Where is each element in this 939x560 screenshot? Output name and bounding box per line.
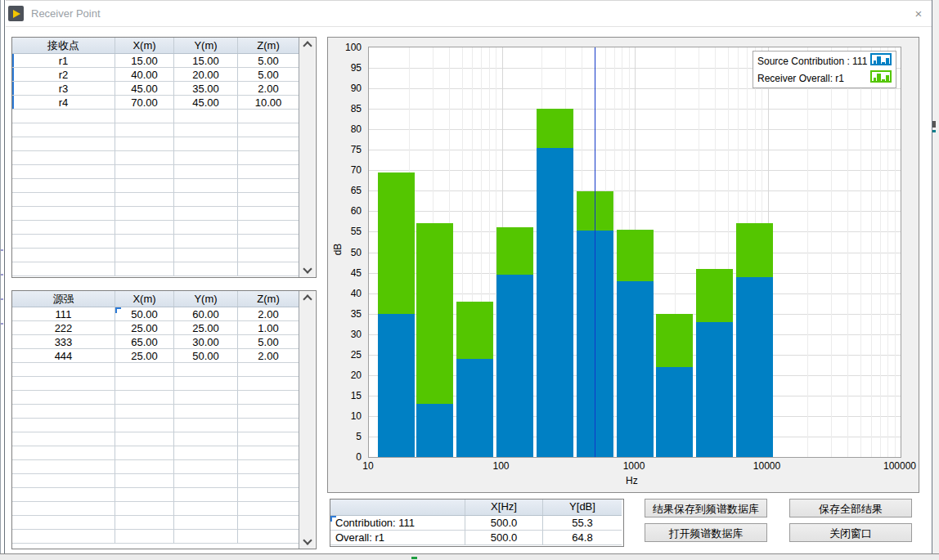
table-row[interactable] <box>12 474 299 488</box>
table-cell <box>238 377 299 391</box>
table-cell: 25.00 <box>115 349 174 363</box>
table-row[interactable]: r470.0045.0010.00 <box>12 96 299 110</box>
table-row[interactable] <box>12 419 299 432</box>
table-cell <box>12 516 115 530</box>
table-cell <box>174 151 238 165</box>
table-cell <box>238 123 299 137</box>
table-cell <box>115 179 174 193</box>
column-header <box>330 500 465 515</box>
table-cell <box>174 488 238 502</box>
scroll-down-icon[interactable] <box>299 535 315 549</box>
table-row[interactable] <box>12 363 299 377</box>
table-row[interactable] <box>12 110 299 123</box>
save-all-results-button[interactable]: 保存全部结果 <box>789 499 912 517</box>
column-header: Y[dB] <box>543 500 622 515</box>
table-row[interactable]: Overall: r1500.064.8 <box>330 531 622 545</box>
receiver-table-scrollbar[interactable] <box>299 38 315 277</box>
table-cell <box>12 235 115 249</box>
table-cell: 55.3 <box>543 516 622 531</box>
table-cell <box>115 377 174 391</box>
y-tick-label: 100 <box>329 42 362 53</box>
contribution-bar-segment <box>378 314 415 457</box>
table-row[interactable]: Contribution: 111500.055.3 <box>330 516 622 531</box>
table-cell: 333 <box>12 335 115 349</box>
y-tick-label: 85 <box>329 103 362 114</box>
table-header-row: 接收点X(m)Y(m)Z(m) <box>12 38 299 54</box>
table-row[interactable]: r240.0020.005.00 <box>12 68 299 82</box>
table-row[interactable] <box>12 221 299 235</box>
table-row[interactable] <box>12 193 299 207</box>
table-row[interactable] <box>12 530 299 544</box>
save-results-to-spectrum-db-button[interactable]: 结果保存到频谱数据库 <box>645 499 767 517</box>
table-cell <box>174 207 238 221</box>
table-row[interactable]: 44425.0050.002.00 <box>12 349 299 363</box>
table-cell <box>12 137 115 151</box>
table-row[interactable] <box>12 235 299 249</box>
table-cell <box>115 110 174 123</box>
close-icon[interactable]: × <box>908 6 929 22</box>
table-row[interactable] <box>12 405 299 419</box>
table-row[interactable] <box>12 432 299 446</box>
table-cell <box>115 460 174 474</box>
chart-y-axis-label: dB <box>332 244 344 256</box>
source-table-scrollbar[interactable] <box>299 291 315 549</box>
close-window-button[interactable]: 关闭窗口 <box>789 523 912 542</box>
source-table-panel: 源强X(m)Y(m)Z(m)11150.0060.002.0022225.002… <box>11 290 317 549</box>
table-row[interactable]: r115.0015.005.00 <box>12 54 299 68</box>
table-cell: 1.00 <box>238 321 299 335</box>
table-row[interactable] <box>12 488 299 502</box>
background-window-edge-right <box>932 0 939 554</box>
x-tick-label: 10000 <box>753 460 780 472</box>
grid-line <box>880 47 881 457</box>
table-row[interactable] <box>12 377 299 391</box>
scroll-up-icon[interactable] <box>299 38 315 52</box>
table-row[interactable]: 11150.0060.002.00 <box>12 307 299 321</box>
overall-bar-segment <box>736 223 773 276</box>
table-row[interactable] <box>12 123 299 137</box>
table-cell <box>174 419 238 432</box>
table-cell <box>115 193 174 207</box>
open-spectrum-db-button[interactable]: 打开频谱数据库 <box>645 523 767 542</box>
table-cell <box>115 516 174 530</box>
table-row[interactable] <box>12 179 299 193</box>
table-row[interactable] <box>12 165 299 179</box>
chart-plot[interactable] <box>368 47 901 458</box>
table-cell <box>174 249 238 262</box>
table-cell: 15.00 <box>115 54 174 68</box>
scroll-up-icon[interactable] <box>299 291 315 305</box>
table-row[interactable] <box>12 460 299 474</box>
receiver-point-table[interactable]: 接收点X(m)Y(m)Z(m)r115.0015.005.00r240.0020… <box>12 38 299 277</box>
contribution-bar-segment <box>456 359 493 457</box>
table-row[interactable] <box>12 391 299 405</box>
table-row[interactable]: 33365.0030.005.00 <box>12 335 299 349</box>
table-cell: 444 <box>12 349 115 363</box>
legend-item[interactable]: Receiver Overall: r1 <box>753 69 896 87</box>
table-row[interactable] <box>12 502 299 516</box>
table-row[interactable] <box>12 207 299 221</box>
table-cell: 64.8 <box>543 531 622 545</box>
table-row[interactable] <box>12 137 299 151</box>
table-row[interactable] <box>12 446 299 460</box>
table-cell <box>12 151 115 165</box>
overall-bar-segment <box>496 227 533 275</box>
table-cell <box>12 363 115 377</box>
y-tick-label: 10 <box>329 410 362 422</box>
table-row[interactable] <box>12 249 299 262</box>
chart-cursor-line[interactable] <box>595 47 595 457</box>
contribution-bar-segment <box>416 404 453 457</box>
legend-item[interactable]: Source Contribution : 111 <box>753 52 896 69</box>
table-row[interactable]: 22225.0025.001.00 <box>12 321 299 335</box>
source-table[interactable]: 源强X(m)Y(m)Z(m)11150.0060.002.0022225.002… <box>12 291 299 549</box>
table-cell: 25.00 <box>115 321 174 335</box>
table-row[interactable] <box>12 516 299 530</box>
table-row[interactable]: r345.0035.002.00 <box>12 82 299 96</box>
background-window-edge-left <box>0 0 6 554</box>
table-cell: 45.00 <box>115 82 174 96</box>
grid-line <box>871 47 872 457</box>
scroll-down-icon[interactable] <box>299 263 315 277</box>
table-cell <box>12 165 115 179</box>
table-row[interactable] <box>12 151 299 165</box>
table-row[interactable] <box>12 262 299 276</box>
table-cell: r1 <box>12 54 115 68</box>
table-cell <box>12 221 115 235</box>
